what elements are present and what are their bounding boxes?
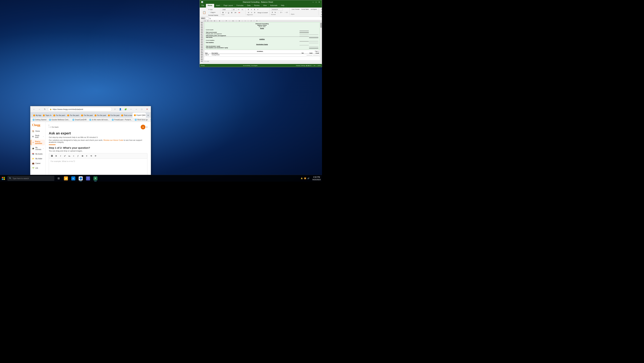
user-avatar[interactable]: ●	[141, 125, 146, 129]
browser-tab-myapps[interactable]: 🟠 My Apps ✕	[32, 113, 41, 118]
excel-minimize-btn[interactable]: ─	[312, 1, 314, 3]
browser-maximize-btn[interactable]: □	[139, 107, 144, 112]
align-bottom-btn[interactable]: ⬇	[253, 8, 256, 11]
sidebar-item-home[interactable]: 🏠 Home	[31, 129, 45, 133]
taskbar-search-input[interactable]	[12, 177, 53, 179]
editor-dropdown-btn[interactable]: ▾	[85, 154, 88, 158]
bookmark-billrights[interactable]: 🌐 The Bill of Rights: Wha...	[150, 119, 151, 121]
browser-close-btn[interactable]: ✕	[145, 107, 150, 112]
user-dropdown-arrow[interactable]: ▾	[146, 126, 148, 128]
taskbar-search-box[interactable]: 🔍	[8, 176, 54, 181]
browser-new-tab-btn[interactable]: +	[146, 113, 151, 118]
bookmark-metro[interactable]: 🌐 Jo Mo metro bill recie...	[88, 119, 110, 121]
excel-view-normal[interactable]: ▦	[306, 65, 308, 66]
currency-btn[interactable]: $	[271, 11, 274, 14]
sound-icon[interactable]: 🔊	[307, 177, 310, 180]
honor-code-link[interactable]: Review our Honor Code	[104, 139, 123, 141]
sidebar-item-my-folder[interactable]: 📁 My folder	[31, 156, 45, 161]
paste-btn[interactable]: 📋	[202, 11, 207, 15]
excel-tab-review[interactable]: Review	[252, 4, 262, 8]
sidebar-item-life[interactable]: 🌱 Life	[31, 166, 45, 170]
browser-profile-btn[interactable]: 👤	[118, 107, 122, 112]
font-color-btn[interactable]: A▾	[238, 11, 241, 14]
font-name[interactable]: Arial	[222, 8, 232, 11]
conditional-formatting-btn[interactable]: Cond. Format▾	[291, 8, 300, 11]
go-back-link[interactable]: ‹ < Go back	[49, 126, 58, 128]
sidebar-item-study-tools[interactable]: ⊞ Study tools ›	[31, 134, 45, 139]
editor-image-btn[interactable]: 🖼	[50, 154, 54, 158]
excel-view-page-break[interactable]: ⊞	[310, 65, 312, 66]
format-cells-btn[interactable]: Format▾	[320, 14, 322, 16]
font-shrink-btn[interactable]: A↓	[241, 8, 244, 11]
percent-btn[interactable]: %	[274, 11, 277, 14]
bold-btn[interactable]: B	[222, 11, 224, 14]
network-icon[interactable]: 📶	[304, 177, 306, 180]
excel-zoom-slider[interactable]: ──●──	[312, 65, 317, 66]
browser-forward-btn[interactable]: →	[37, 107, 42, 112]
browser-extensions-btn[interactable]: 🧩	[123, 107, 128, 112]
bookmark-granite[interactable]: 🌐 Granite Wellness Cent...	[48, 119, 70, 121]
editor-italic-btn[interactable]: I	[59, 154, 62, 158]
excel-vscrollbar[interactable]	[320, 22, 322, 62]
browser-tab-pastserv2[interactable]: 🟠 For the past seve... ✕	[66, 113, 80, 118]
browser-tab-pastserv4[interactable]: 🟠 For the past sev... ✕	[93, 113, 106, 118]
browser-tab-postnew[interactable]: 🟠 Post a new qu... ✕	[120, 113, 132, 118]
sidebar-item-post-question[interactable]: ✏ Post a question	[31, 140, 45, 145]
excel-tab-insert[interactable]: Insert	[214, 4, 222, 8]
delete-cells-btn[interactable]: Delete▾	[320, 11, 322, 13]
border-btn[interactable]: ⊞	[230, 11, 233, 14]
browser-tab-topic[interactable]: 🟠 Topic 4-4A ✕	[42, 113, 52, 118]
excel-tab-view[interactable]: View	[262, 4, 269, 8]
cell-styles-btn[interactable]: Cell Styles▾	[310, 8, 318, 11]
taskbar-file-explorer[interactable]: 📁	[62, 175, 70, 182]
editor-redo-btn[interactable]: ⟳	[94, 154, 97, 158]
bookmark-smartcare[interactable]: 🌐 SmartCareEHR	[72, 119, 87, 121]
browser-menu-btn[interactable]: ⋯	[129, 107, 133, 112]
browser-refresh-btn[interactable]: ↻	[42, 107, 47, 112]
excel-maximize-btn[interactable]: □	[315, 1, 318, 3]
excel-formula-input[interactable]	[212, 18, 321, 19]
excel-tab-automate[interactable]: Automate	[268, 4, 279, 8]
browser-tab-pastserv5[interactable]: 🟠 For the past sev... ✕	[106, 113, 120, 118]
browser-back-btn[interactable]: ←	[32, 107, 36, 112]
excel-close-btn[interactable]: ✕	[318, 1, 320, 3]
increase-decimal-btn[interactable]: .0→	[279, 11, 284, 14]
excel-tab-formulas[interactable]: Formulas	[235, 4, 245, 8]
excel-tab-file[interactable]: File	[200, 4, 206, 8]
align-middle-btn[interactable]: ≡	[250, 8, 253, 11]
wrap-text-btn[interactable]: ↵	[256, 8, 260, 11]
excel-hscrollbar[interactable]	[200, 62, 322, 64]
merge-center-btn[interactable]: Merge & Center▾	[257, 12, 268, 14]
italic-btn[interactable]: I	[225, 11, 227, 14]
format-as-table-btn[interactable]: Format Table▾	[300, 8, 310, 11]
browser-tab-pastserv1[interactable]: 🟠 For the past seve... ✕	[52, 113, 66, 118]
editor-undo-btn[interactable]: ⟲	[89, 154, 93, 158]
browser-url-box[interactable]: 🔒 https://www.chegg.com/study/qa/post	[48, 107, 112, 111]
editor-subscript-btn[interactable]: x₂	[68, 154, 71, 158]
excel-tab-help[interactable]: Help	[279, 4, 286, 8]
decrease-decimal-btn[interactable]: ←.0	[284, 11, 288, 14]
editor-function-btn[interactable]: ƒ	[76, 154, 80, 158]
copy-btn[interactable]: 📄 Copy ▾	[208, 11, 219, 14]
browser-tab-expertqa[interactable]: 🟠 Expert Q&A | Ch... ✕	[132, 113, 146, 118]
excel-tab-home[interactable]: Home	[206, 4, 214, 8]
sidebar-item-my-books[interactable]: 📚 My books	[31, 152, 45, 156]
editor-grid-btn[interactable]: ⊞	[80, 154, 84, 158]
taskbar-clock[interactable]: 4:50 PM 9/15/2023	[311, 176, 322, 181]
sidebar-item-my-courses[interactable]: 🎓 My courses ›	[31, 146, 45, 151]
comma-btn[interactable]: ,	[277, 11, 279, 14]
font-grow-btn[interactable]: A↑	[237, 8, 241, 11]
start-button[interactable]	[0, 175, 7, 182]
taskbar-edge-app[interactable]: e	[70, 175, 77, 182]
excel-tab-pagelayout[interactable]: Page Layout	[222, 4, 235, 8]
excel-view-layout[interactable]: ▣	[308, 65, 310, 66]
fill-color-btn[interactable]: A▾	[234, 11, 237, 14]
question-editor[interactable]: For example: What is e=mc^2	[49, 158, 148, 175]
align-left-btn[interactable]: ⫷	[247, 11, 250, 14]
excel-tab-data[interactable]: Data	[245, 4, 252, 8]
taskbar-excel-app[interactable]: X	[92, 175, 99, 182]
sidebar-item-career[interactable]: 💼 Career	[31, 161, 45, 165]
bookmark-getting-started[interactable]: 🌐 Getting Started	[32, 119, 47, 121]
bookmark-workforce[interactable]: 🌐 Work force go	[134, 119, 148, 121]
browser-url[interactable]: https://www.chegg.com/study/qa/post	[53, 108, 83, 110]
